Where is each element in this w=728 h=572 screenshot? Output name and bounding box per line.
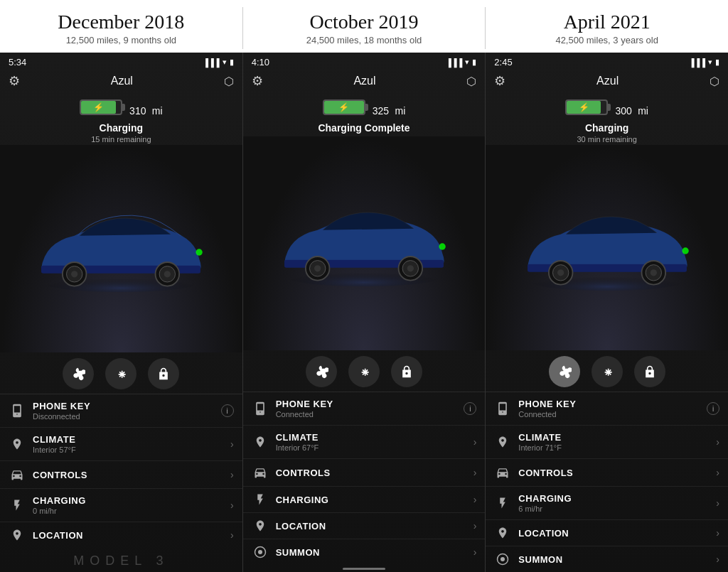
car-svg-1 bbox=[21, 203, 220, 296]
top-bar-1: ⚙ Azul ⬡ bbox=[0, 70, 242, 92]
phone-key-sub-2: Connected bbox=[276, 410, 464, 419]
menu-controls-1[interactable]: CONTROLS › bbox=[0, 461, 242, 489]
menu-summon-2[interactable]: SUMMON › bbox=[243, 539, 486, 565]
menu-location-3[interactable]: LOCATION › bbox=[486, 520, 728, 546]
controls-buttons-1 bbox=[0, 352, 242, 394]
battery-bar-3: ⚡ bbox=[565, 99, 608, 115]
defrost-button-3[interactable] bbox=[592, 356, 623, 387]
car-name-3: Azul bbox=[596, 75, 619, 87]
svg-point-28 bbox=[682, 248, 688, 254]
car-image-1 bbox=[0, 145, 242, 352]
menu-location-content-3: LOCATION bbox=[518, 528, 716, 539]
info-icon-3[interactable]: i bbox=[707, 402, 719, 415]
battery-section-3: ⚡ 300 mi bbox=[486, 92, 728, 121]
battery-bolt-1: ⚡ bbox=[93, 102, 104, 112]
wifi-icon-3: ▾ bbox=[708, 58, 712, 67]
menu-climate-1[interactable]: CLIMATE Interior 57°F › bbox=[0, 428, 242, 461]
menu-controls-content-3: CONTROLS bbox=[518, 468, 716, 478]
summon-chevron-3: › bbox=[716, 554, 719, 565]
location-right-3: › bbox=[716, 527, 719, 539]
gear-icon-2[interactable]: ⚙ bbox=[252, 73, 263, 89]
menu-charging-3[interactable]: CHARGING 6 mi/hr › bbox=[486, 487, 728, 520]
controls-icon-1 bbox=[9, 468, 26, 482]
controls-icon-3 bbox=[494, 465, 511, 480]
battery-icon-2: ▮ bbox=[472, 58, 476, 67]
defrost-button-2[interactable] bbox=[348, 356, 380, 387]
menu-charging-content-2: CHARGING bbox=[276, 495, 473, 505]
climate-right-2: › bbox=[473, 436, 477, 448]
box-icon-3[interactable]: ⬡ bbox=[710, 75, 719, 88]
svg-point-16 bbox=[407, 265, 414, 271]
phone-key-sub-3: Connected bbox=[518, 410, 707, 419]
location-chevron-2: › bbox=[473, 520, 477, 531]
menu-summon-content-2: SUMMON bbox=[276, 547, 473, 558]
lock-button-3[interactable] bbox=[634, 356, 665, 387]
lock-button-1[interactable] bbox=[148, 358, 179, 389]
status-bar-3: 2:45 ▐▐▐ ▾ ▮ bbox=[486, 53, 728, 70]
menu-summon-3[interactable]: SUMMON › bbox=[486, 546, 728, 572]
box-icon-1[interactable]: ⬡ bbox=[224, 75, 234, 88]
menu-charging-1[interactable]: CHARGING 0 mi/hr › bbox=[0, 489, 242, 522]
defrost-button-1[interactable] bbox=[105, 358, 136, 389]
status-icons-2: ▐▐▐ ▾ ▮ bbox=[446, 58, 476, 67]
location-title-2: LOCATION bbox=[276, 521, 473, 531]
car-name-1: Azul bbox=[111, 75, 133, 87]
location-title-1: LOCATION bbox=[33, 530, 230, 541]
battery-bar-2: ⚡ bbox=[323, 99, 365, 115]
phone-key-right-1: i bbox=[221, 404, 234, 417]
menu-controls-3[interactable]: CONTROLS › bbox=[486, 459, 728, 487]
info-icon-2[interactable]: i bbox=[464, 402, 476, 415]
lock-button-2[interactable] bbox=[391, 356, 422, 387]
location-icon-2 bbox=[252, 519, 269, 532]
gear-icon-3[interactable]: ⚙ bbox=[494, 73, 505, 89]
menu-charging-2[interactable]: CHARGING › bbox=[243, 487, 486, 513]
fan-button-2[interactable] bbox=[306, 356, 337, 387]
menu-phone-key-1[interactable]: PHONE KEY Disconnected i bbox=[0, 394, 242, 428]
menu-location-1[interactable]: LOCATION › bbox=[0, 522, 242, 548]
controls-title-2: CONTROLS bbox=[276, 468, 473, 478]
status-bar-1: 5:34 ▐▐▐ ▾ ▮ bbox=[0, 53, 242, 70]
box-icon-2[interactable]: ⬡ bbox=[466, 75, 476, 88]
header-col-1: December 2018 12,500 miles, 9 months old bbox=[0, 7, 243, 49]
info-icon-1[interactable]: i bbox=[221, 404, 234, 417]
location-right-2: › bbox=[473, 520, 477, 531]
climate-right-1: › bbox=[230, 438, 234, 450]
phone-panel-1: 5:34 ▐▐▐ ▾ ▮ ⚙ Azul ⬡ ⚡ 310 mi Charging … bbox=[0, 53, 243, 572]
climate-sub-3: Interior 71°F bbox=[518, 443, 716, 452]
climate-icon-1 bbox=[9, 438, 26, 450]
controls-chevron-2: › bbox=[473, 467, 477, 478]
status-time-1: 5:34 bbox=[9, 57, 26, 68]
charging-icon-1 bbox=[9, 499, 26, 512]
battery-section-1: ⚡ 310 mi bbox=[0, 92, 242, 121]
menu-phone-key-content-3: PHONE KEY Connected bbox=[518, 399, 707, 419]
menu-climate-2[interactable]: CLIMATE Interior 67°F › bbox=[243, 426, 486, 459]
menu-controls-2[interactable]: CONTROLS › bbox=[243, 459, 486, 487]
gear-icon-1[interactable]: ⚙ bbox=[9, 73, 20, 89]
menu-charging-content-3: CHARGING 6 mi/hr bbox=[518, 493, 716, 513]
menu-phone-key-2[interactable]: PHONE KEY Connected i bbox=[243, 392, 486, 426]
location-chevron-1: › bbox=[230, 529, 234, 541]
charging-status-3: Charging bbox=[486, 121, 728, 135]
menu-location-2[interactable]: LOCATION › bbox=[243, 513, 486, 539]
charging-right-1: › bbox=[230, 500, 234, 511]
fan-button-3[interactable] bbox=[549, 356, 580, 387]
header-row: December 2018 12,500 miles, 9 months old… bbox=[0, 0, 728, 53]
car-svg-3 bbox=[508, 201, 707, 294]
controls-buttons-2 bbox=[243, 350, 486, 392]
model3-text-1: MODEL 3 bbox=[0, 548, 242, 572]
charging-icon-3 bbox=[494, 497, 511, 509]
battery-miles-1: 310 mi bbox=[129, 95, 162, 119]
fan-button-1[interactable] bbox=[63, 358, 94, 389]
phone-key-title-1: PHONE KEY bbox=[33, 401, 221, 411]
summon-chevron-2: › bbox=[473, 546, 477, 558]
menu-phone-key-3[interactable]: PHONE KEY Connected i bbox=[486, 392, 728, 426]
battery-bolt-3: ⚡ bbox=[579, 102, 589, 112]
charging-status-1: Charging bbox=[0, 121, 242, 135]
header-col-3: April 2021 42,500 miles, 3 years old bbox=[486, 7, 728, 49]
signal-icon-3: ▐▐▐ bbox=[689, 58, 705, 67]
controls-title-1: CONTROLS bbox=[33, 470, 230, 480]
menu-climate-3[interactable]: CLIMATE Interior 71°F › bbox=[486, 426, 728, 459]
svg-point-13 bbox=[314, 265, 321, 271]
location-icon-1 bbox=[9, 529, 26, 541]
header-title-3: April 2021 bbox=[493, 11, 721, 33]
